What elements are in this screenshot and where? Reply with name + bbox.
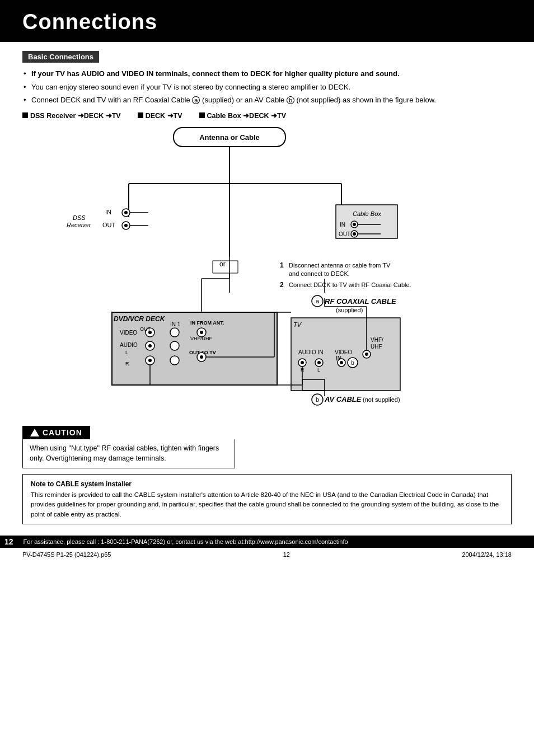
caution-body: When using "Nut type" RF coaxial cables,… bbox=[22, 439, 235, 469]
page: Connections Basic Connections If your TV… bbox=[0, 0, 534, 756]
header-bar: Connections bbox=[0, 0, 534, 42]
svg-text:b: b bbox=[316, 396, 319, 403]
diagram-section: DSS Receiver ➜DECK ➜TV DECK ➜TV Cable Bo… bbox=[22, 111, 512, 420]
col3-square-icon bbox=[199, 112, 205, 118]
svg-text:VIDEO: VIDEO bbox=[335, 349, 352, 355]
bullet-3: Connect DECK and TV with an RF Coaxial C… bbox=[22, 95, 512, 106]
note-text: This reminder is provided to call the CA… bbox=[31, 490, 503, 519]
svg-point-80 bbox=[200, 331, 203, 334]
svg-text:2: 2 bbox=[280, 281, 284, 289]
svg-text:1: 1 bbox=[280, 261, 284, 269]
svg-text:AUDIO: AUDIO bbox=[120, 342, 138, 348]
svg-text:AUDIO IN: AUDIO IN bbox=[298, 349, 323, 355]
svg-text:IN 1: IN 1 bbox=[170, 321, 181, 327]
diagram-svg: Antenna or Cable DSS Receiver bbox=[22, 122, 512, 420]
svg-point-50 bbox=[365, 353, 368, 356]
svg-text:OUT: OUT bbox=[140, 326, 151, 332]
svg-text:UHF: UHF bbox=[371, 344, 382, 350]
svg-text:L: L bbox=[125, 350, 128, 355]
svg-text:IN FROM ANT.: IN FROM ANT. bbox=[190, 320, 224, 326]
svg-text:AV CABLE: AV CABLE bbox=[324, 395, 362, 403]
section-badge: Basic Connections bbox=[22, 51, 99, 63]
svg-text:VIDEO: VIDEO bbox=[120, 330, 137, 336]
svg-text:VHF/UHF: VHF/UHF bbox=[190, 336, 212, 341]
svg-text:DVD/VCR DECK: DVD/VCR DECK bbox=[114, 315, 166, 323]
footer-assistance: For assistance, please call : 1-800-211-… bbox=[24, 538, 348, 545]
svg-text:b: b bbox=[351, 360, 354, 366]
svg-text:and connect to DECK.: and connect to DECK. bbox=[289, 270, 350, 277]
svg-text:OUT: OUT bbox=[102, 222, 116, 228]
svg-text:R: R bbox=[125, 361, 129, 367]
svg-text:OUT: OUT bbox=[339, 231, 350, 237]
svg-point-53 bbox=[301, 361, 304, 364]
svg-text:Connect DECK to TV with RF Coa: Connect DECK to TV with RF Coaxial Cable… bbox=[289, 281, 411, 288]
meta-center: 12 bbox=[283, 551, 290, 558]
note-box: Note to CABLE system installer This remi… bbox=[22, 474, 512, 524]
svg-point-93 bbox=[170, 356, 179, 365]
svg-point-56 bbox=[317, 361, 321, 364]
content-area: Basic Connections If your TV has AUDIO a… bbox=[0, 42, 534, 530]
page-title: Connections bbox=[22, 10, 512, 34]
footer-bar: 12 For assistance, please call : 1-800-2… bbox=[0, 536, 534, 548]
col1-header: DSS Receiver ➜DECK ➜TV bbox=[30, 111, 121, 120]
svg-point-29 bbox=[353, 232, 356, 236]
note-title: Note to CABLE system installer bbox=[31, 479, 503, 489]
svg-point-11 bbox=[124, 211, 128, 214]
svg-point-14 bbox=[124, 224, 128, 227]
connection-diagram: Antenna or Cable DSS Receiver bbox=[22, 122, 512, 419]
svg-point-92 bbox=[200, 355, 203, 359]
caution-section: CAUTION When using "Nut type" RF coaxial… bbox=[22, 426, 512, 469]
svg-text:RF COAXIAL CABLE: RF COAXIAL CABLE bbox=[325, 297, 396, 306]
caution-header: CAUTION bbox=[22, 426, 90, 439]
svg-text:DSS: DSS bbox=[73, 214, 86, 221]
svg-text:(supplied): (supplied) bbox=[336, 307, 363, 313]
page-number: 12 bbox=[4, 537, 13, 546]
svg-text:Receiver: Receiver bbox=[67, 222, 92, 228]
col3-header: Cable Box ➜DECK ➜TV bbox=[207, 111, 286, 120]
svg-point-84 bbox=[148, 344, 152, 348]
bullet-list: If your TV has AUDIO and VIDEO IN termin… bbox=[22, 68, 512, 106]
bullet-1-text: If your TV has AUDIO and VIDEO IN termin… bbox=[31, 69, 400, 78]
col1-square-icon bbox=[22, 112, 28, 118]
svg-point-61 bbox=[340, 361, 343, 364]
caution-triangle-icon bbox=[30, 429, 39, 436]
caution-text: When using "Nut type" RF coaxial cables,… bbox=[30, 444, 219, 463]
svg-text:or: or bbox=[219, 260, 226, 268]
svg-text:VHF/: VHF/ bbox=[371, 337, 383, 343]
svg-point-77 bbox=[170, 328, 179, 337]
svg-text:Antenna or Cable: Antenna or Cable bbox=[199, 133, 260, 142]
meta-left: PV-D4745S P1-25 (041224).p65 bbox=[22, 551, 111, 558]
col-headers: DSS Receiver ➜DECK ➜TV DECK ➜TV Cable Bo… bbox=[22, 111, 512, 120]
bullet-1: If your TV has AUDIO and VIDEO IN termin… bbox=[22, 68, 512, 79]
svg-text:L: L bbox=[317, 367, 320, 373]
col2-header: DECK ➜TV bbox=[146, 111, 182, 120]
col2-square-icon bbox=[138, 112, 143, 118]
bullet-2: You can enjoy stereo sound even if your … bbox=[22, 82, 512, 93]
svg-point-26 bbox=[353, 223, 356, 226]
svg-point-85 bbox=[170, 341, 179, 350]
bottom-meta: PV-D4745S P1-25 (041224).p65 12 2004/12/… bbox=[0, 548, 534, 560]
svg-text:(not supplied): (not supplied) bbox=[363, 396, 400, 403]
svg-text:IN: IN bbox=[340, 222, 345, 228]
meta-right: 2004/12/24, 13:18 bbox=[462, 551, 512, 558]
svg-text:a: a bbox=[316, 298, 320, 304]
caution-title: CAUTION bbox=[43, 428, 82, 437]
svg-text:Cable Box: Cable Box bbox=[353, 210, 381, 217]
svg-text:IN: IN bbox=[105, 209, 111, 215]
svg-point-89 bbox=[148, 359, 152, 362]
svg-text:Disconnect antenna or cable fr: Disconnect antenna or cable from TV bbox=[289, 262, 391, 269]
svg-text:TV: TV bbox=[293, 321, 302, 328]
